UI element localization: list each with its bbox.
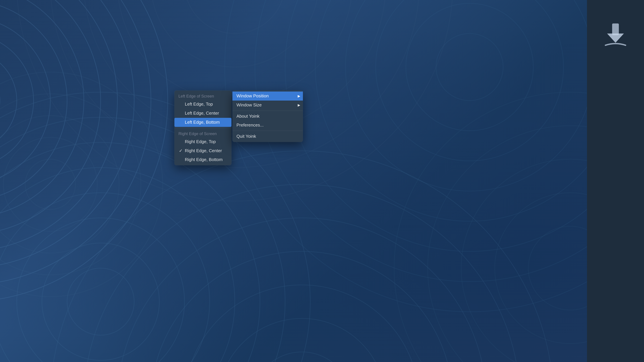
right-edge-center-item[interactable]: ✓ Right Edge, Center xyxy=(174,146,232,155)
svg-point-23 xyxy=(315,0,624,221)
window-size-item[interactable]: Window Size xyxy=(232,100,303,110)
wave-pattern-svg xyxy=(0,0,644,362)
window-position-item[interactable]: Window Position xyxy=(232,91,303,100)
yoink-app-icon xyxy=(602,22,629,49)
right-panel xyxy=(587,0,644,362)
left-edge-header: Left Edge of Screen xyxy=(174,91,232,100)
svg-point-5 xyxy=(0,0,84,218)
svg-point-22 xyxy=(346,0,594,191)
svg-point-9 xyxy=(0,0,151,285)
right-edge-top-item[interactable]: Right Edge, Top xyxy=(174,137,232,146)
svg-marker-51 xyxy=(607,33,624,43)
svg-point-41 xyxy=(118,0,352,100)
svg-point-33 xyxy=(50,151,554,362)
checkmark-icon: ✓ xyxy=(178,148,183,154)
svg-point-45 xyxy=(25,159,76,210)
svg-rect-50 xyxy=(612,23,619,35)
left-edge-bottom-item[interactable]: Left Edge, Bottom xyxy=(174,118,232,127)
yoink-context-menu: Window Position Window Size About Yoink … xyxy=(232,90,303,142)
svg-point-49 xyxy=(0,72,163,297)
svg-point-31 xyxy=(118,218,486,362)
svg-point-39 xyxy=(184,0,285,33)
svg-point-19 xyxy=(436,33,503,100)
svg-point-6 xyxy=(0,0,100,235)
menu-container: Left Edge of Screen Left Edge, Top Left … xyxy=(174,90,303,165)
quit-yoink-item[interactable]: Quit Yoink xyxy=(232,132,303,141)
svg-point-15 xyxy=(0,168,235,362)
svg-point-30 xyxy=(151,251,453,362)
svg-point-28 xyxy=(218,319,386,362)
svg-point-11 xyxy=(67,268,134,335)
window-position-submenu: Left Edge of Screen Left Edge, Top Left … xyxy=(174,90,232,165)
svg-point-47 xyxy=(0,116,119,253)
menu-separator-1 xyxy=(174,128,232,128)
svg-point-13 xyxy=(17,218,184,362)
about-yoink-item[interactable]: About Yoink xyxy=(232,112,303,121)
preferences-item[interactable]: Preferences... xyxy=(232,121,303,130)
right-edge-header: Right Edge of Screen xyxy=(174,129,232,137)
svg-point-32 xyxy=(84,184,520,362)
svg-point-12 xyxy=(42,243,159,360)
svg-point-46 xyxy=(3,137,97,231)
svg-point-48 xyxy=(0,94,141,275)
svg-point-1 xyxy=(0,50,17,151)
background xyxy=(0,0,644,362)
svg-point-21 xyxy=(376,0,564,161)
left-edge-top-item[interactable]: Left Edge, Top xyxy=(174,100,232,109)
menu-separator-3 xyxy=(232,131,303,131)
svg-point-25 xyxy=(255,0,644,282)
right-edge-bottom-item[interactable]: Right Edge, Bottom xyxy=(174,155,232,164)
left-edge-center-item[interactable]: Left Edge, Center xyxy=(174,109,232,118)
svg-point-20 xyxy=(406,3,533,131)
